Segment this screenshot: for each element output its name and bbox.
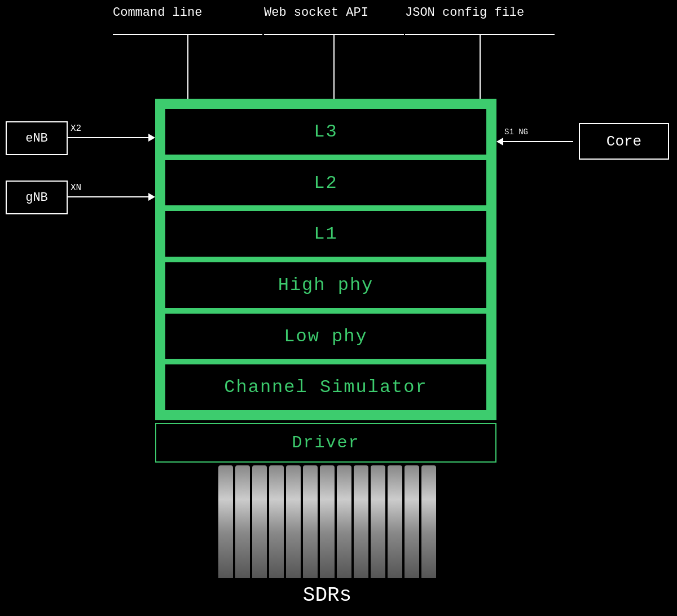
layer-low-phy: Low phy (165, 314, 486, 359)
core-box: Core (579, 123, 669, 160)
sdr-bar-8 (337, 465, 351, 578)
sdr-bar-9 (354, 465, 368, 578)
sdr-section: SDRs (209, 465, 446, 615)
sdr-bar-10 (371, 465, 385, 578)
sdr-bar-12 (405, 465, 419, 578)
sdr-bar-7 (320, 465, 335, 578)
sdr-label: SDRs (303, 584, 351, 607)
command-line-label: Command line (113, 6, 202, 20)
layer-l3-label: L3 (314, 121, 337, 142)
layer-high-phy-label: High phy (278, 275, 374, 296)
layer-l2: L2 (165, 160, 486, 206)
xn-arrowhead (148, 193, 155, 201)
s1ng-label: S1 NG (504, 127, 528, 137)
s1ng-arrowhead (496, 138, 503, 146)
xn-line (68, 196, 148, 197)
layer-l3: L3 (165, 109, 486, 155)
xn-label: XN (71, 183, 81, 193)
layer-channel-sim-label: Channel Simulator (224, 377, 427, 398)
x2-arrow: X2 (68, 134, 155, 142)
layer-l1-label: L1 (314, 223, 337, 244)
s1ng-arrow: S1 NG (496, 138, 580, 146)
x2-label: X2 (71, 124, 81, 134)
layer-l2-label: L2 (314, 173, 337, 193)
x2-line (68, 137, 148, 138)
s1ng-line (503, 141, 573, 142)
sdr-bar-1 (218, 465, 233, 578)
gnb-label: gNB (25, 191, 48, 205)
layer-low-phy-label: Low phy (284, 326, 367, 347)
gnb-box: gNB (6, 181, 68, 214)
diagram: Command line Web socket API JSON config … (0, 0, 677, 616)
sdr-bar-11 (388, 465, 402, 578)
sdr-bar-3 (252, 465, 267, 578)
web-socket-label: Web socket API (264, 6, 368, 20)
sdr-bars (217, 465, 437, 578)
sdr-bar-2 (235, 465, 250, 578)
main-box: L3 L2 L1 High phy Low phy Channel Simula… (155, 99, 496, 420)
sdr-bar-13 (421, 465, 436, 578)
vertical-line-websocket (333, 34, 335, 99)
layer-high-phy: High phy (165, 262, 486, 308)
layer-channel-sim: Channel Simulator (165, 364, 486, 410)
driver-box: Driver (155, 423, 496, 463)
xn-arrow: XN (68, 193, 155, 201)
layer-l1: L1 (165, 211, 486, 257)
json-config-label: JSON config file (405, 6, 524, 20)
vertical-line-cmdline (187, 34, 188, 99)
driver-label: Driver (292, 433, 359, 452)
x2-arrowhead (148, 134, 155, 142)
core-label: Core (606, 133, 641, 150)
enb-box: eNB (6, 121, 68, 155)
vertical-line-json (480, 34, 481, 99)
sdr-bar-4 (269, 465, 284, 578)
sdr-bar-5 (286, 465, 301, 578)
enb-label: eNB (25, 131, 48, 146)
sdr-bar-6 (303, 465, 318, 578)
